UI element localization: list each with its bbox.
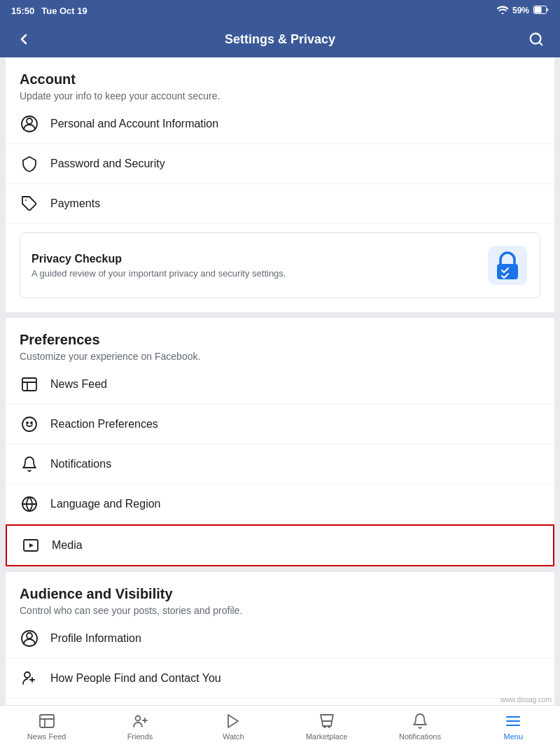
svg-rect-9 — [22, 378, 36, 391]
nav-friends[interactable]: Friends — [93, 709, 186, 743]
svg-point-21 — [24, 672, 30, 678]
bottom-nav: News Feed Friends Watch — [0, 705, 560, 747]
svg-point-14 — [31, 422, 32, 424]
globe-icon — [20, 494, 39, 514]
notifications-item[interactable]: Notifications — [6, 445, 554, 484]
back-button[interactable] — [11, 27, 36, 52]
account-section-header: Account Update your info to keep your ac… — [6, 57, 554, 104]
privacy-card-title: Privacy Checkup — [31, 253, 286, 265]
svg-rect-1 — [535, 6, 542, 13]
reaction-icon — [20, 414, 39, 434]
account-section: Account Update your info to keep your ac… — [6, 57, 554, 298]
reaction-preferences-label: Reaction Preferences — [50, 418, 158, 431]
nav-menu-label: Menu — [504, 732, 524, 741]
nav-notifications-icon — [411, 712, 429, 730]
privacy-checkup-card[interactable]: Privacy Checkup A guided review of your … — [20, 232, 540, 298]
nav-notifications[interactable]: Notifications — [373, 709, 466, 743]
news-feed-icon — [20, 375, 39, 394]
language-region-label: Language and Region — [50, 498, 160, 510]
nav-marketplace-icon — [318, 712, 336, 730]
audience-section: Audience and Visibility Control who can … — [6, 572, 554, 705]
preferences-subtitle: Customize your experience on Facebook. — [20, 351, 540, 362]
bell-icon — [20, 454, 39, 474]
wifi-icon — [497, 6, 508, 16]
svg-point-35 — [135, 716, 140, 721]
personal-account-info-item[interactable]: Personal and Account Information — [6, 104, 554, 144]
nav-news-feed-label: News Feed — [27, 732, 66, 741]
account-title: Account — [20, 71, 540, 88]
main-content: Account Update your info to keep your ac… — [0, 57, 560, 705]
preferences-section: Preferences Customize your experience on… — [6, 318, 554, 566]
header: Settings & Privacy — [0, 21, 560, 57]
audience-section-header: Audience and Visibility Control who can … — [6, 572, 554, 619]
nav-friends-label: Friends — [127, 732, 153, 741]
nav-watch-label: Watch — [223, 732, 244, 741]
media-label: Media — [52, 539, 83, 552]
password-security-item[interactable]: Password and Security — [6, 144, 554, 184]
svg-point-13 — [27, 422, 28, 424]
tag-icon — [20, 194, 39, 214]
profile-circle-icon — [20, 629, 39, 648]
profile-info-label: Profile Information — [50, 632, 141, 645]
privacy-card-text: Privacy Checkup A guided review of your … — [31, 253, 286, 279]
privacy-card-subtitle: A guided review of your important privac… — [31, 268, 286, 279]
preferences-section-header: Preferences Customize your experience on… — [6, 318, 554, 365]
svg-point-19 — [27, 633, 32, 638]
media-icon — [21, 536, 41, 555]
time: 15:50 — [11, 6, 34, 16]
nav-marketplace[interactable]: Marketplace — [280, 709, 373, 743]
nav-news-feed[interactable]: News Feed — [0, 709, 93, 743]
battery-text: 59% — [512, 6, 529, 15]
news-feed-label: News Feed — [50, 378, 107, 391]
posts-item[interactable]: Posts — [6, 699, 554, 705]
payments-label: Payments — [50, 197, 100, 210]
preferences-title: Preferences — [20, 332, 540, 348]
people-find-item[interactable]: How People Find and Contact You — [6, 659, 554, 699]
people-find-label: How People Find and Contact You — [50, 672, 221, 685]
person-add-icon — [20, 669, 39, 688]
page-title: Settings & Privacy — [225, 32, 335, 47]
svg-marker-18 — [29, 543, 34, 547]
svg-rect-32 — [40, 715, 54, 727]
nav-notifications-label: Notifications — [399, 732, 441, 741]
nav-friends-icon — [131, 712, 149, 730]
svg-rect-8 — [497, 264, 518, 279]
nav-marketplace-label: Marketplace — [306, 732, 348, 741]
search-button[interactable] — [524, 27, 549, 52]
status-bar: 15:50 Tue Oct 19 59% — [0, 0, 560, 21]
notifications-label: Notifications — [50, 458, 111, 470]
password-security-label: Password and Security — [50, 158, 165, 170]
nav-watch-icon — [224, 712, 242, 730]
nav-menu[interactable]: Menu — [467, 709, 560, 743]
profile-info-item[interactable]: Profile Information — [6, 619, 554, 659]
svg-point-12 — [22, 417, 36, 431]
nav-menu-icon — [504, 712, 522, 730]
svg-point-4 — [27, 118, 32, 124]
audience-title: Audience and Visibility — [20, 586, 540, 602]
person-circle-icon — [20, 114, 39, 134]
divider-1 — [6, 312, 554, 318]
date: Tue Oct 19 — [41, 6, 88, 16]
divider-2 — [6, 566, 554, 572]
personal-account-info-label: Personal and Account Information — [50, 118, 218, 130]
svg-point-37 — [324, 726, 326, 727]
reaction-preferences-item[interactable]: Reaction Preferences — [6, 405, 554, 445]
nav-news-feed-icon — [38, 712, 56, 730]
svg-marker-36 — [228, 715, 238, 727]
privacy-lock-icon — [486, 244, 528, 286]
nav-watch[interactable]: Watch — [187, 709, 280, 743]
account-subtitle: Update your info to keep your account se… — [20, 90, 540, 102]
watermark: www.douag.com — [500, 696, 552, 704]
news-feed-item[interactable]: News Feed — [6, 365, 554, 405]
payments-item[interactable]: Payments — [6, 184, 554, 224]
media-item[interactable]: Media — [6, 524, 554, 566]
audience-subtitle: Control who can see your posts, stories … — [20, 605, 540, 616]
language-region-item[interactable]: Language and Region — [6, 484, 554, 524]
svg-line-3 — [539, 42, 542, 45]
battery-icon — [533, 6, 549, 16]
shield-icon — [20, 154, 39, 174]
svg-point-38 — [328, 726, 330, 727]
